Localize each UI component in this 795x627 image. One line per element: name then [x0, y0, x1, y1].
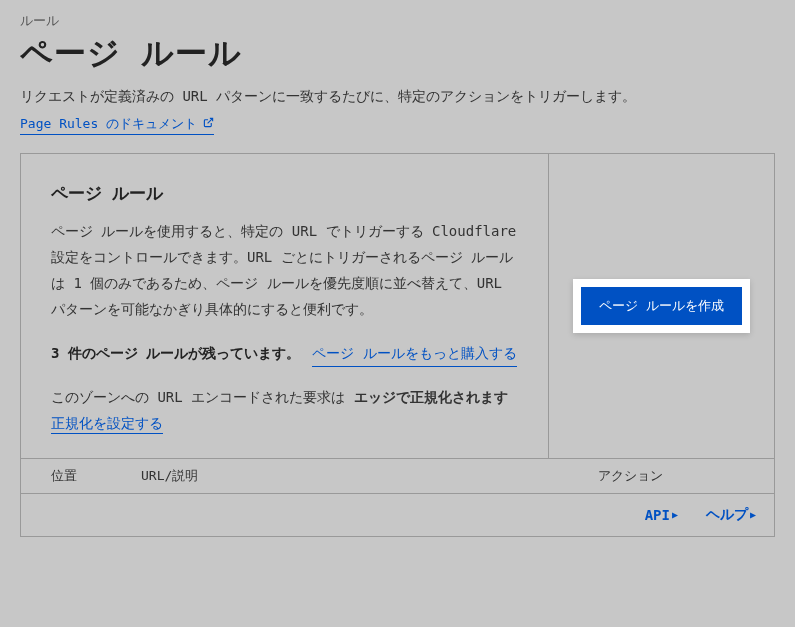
panel-heading: ページ ルール	[51, 182, 518, 205]
svg-line-0	[208, 118, 213, 123]
col-header-position: 位置	[51, 467, 141, 485]
panel-action-area: ページ ルールを作成	[549, 154, 774, 458]
breadcrumb: ルール	[20, 12, 775, 30]
panel-description: ページ ルールを使用すると、特定の URL でトリガーする Cloudflare…	[51, 219, 518, 323]
external-link-icon	[203, 117, 214, 131]
help-link[interactable]: ヘルプ ▶	[706, 506, 756, 524]
caret-right-icon: ▶	[672, 509, 678, 520]
encode-info: このゾーンへの URL エンコードされた要求は エッジで正規化されます	[51, 385, 518, 410]
create-page-rule-button[interactable]: ページ ルールを作成	[581, 287, 742, 325]
help-label: ヘルプ	[706, 506, 748, 524]
api-label: API	[645, 507, 670, 523]
table-header-row: 位置 URL/説明 アクション	[21, 459, 774, 494]
col-header-action: アクション	[598, 467, 758, 485]
rules-panel: ページ ルール ページ ルールを使用すると、特定の URL でトリガーする Cl…	[20, 153, 775, 537]
buy-more-link[interactable]: ページ ルールをもっと購入する	[312, 341, 516, 368]
encode-status: エッジで正規化されます	[354, 389, 508, 405]
panel-footer: API ▶ ヘルプ ▶	[21, 494, 774, 536]
encode-prefix: このゾーンへの URL エンコードされた要求は	[51, 389, 354, 405]
create-button-container: ページ ルールを作成	[573, 279, 750, 333]
col-header-url: URL/説明	[141, 467, 598, 485]
doc-link-label: Page Rules のドキュメント	[20, 115, 197, 133]
panel-info: ページ ルール ページ ルールを使用すると、特定の URL でトリガーする Cl…	[21, 154, 549, 458]
remaining-count: 3 件のページ ルールが残っています。	[51, 341, 300, 366]
doc-link[interactable]: Page Rules のドキュメント	[20, 115, 214, 135]
page-subtitle: リクエストが定義済みの URL パターンに一致するたびに、特定のアクションをトリ…	[20, 88, 775, 106]
page-title: ページ ルール	[20, 32, 775, 76]
api-link[interactable]: API ▶	[645, 507, 678, 523]
caret-right-icon: ▶	[750, 509, 756, 520]
normalize-settings-link[interactable]: 正規化を設定する	[51, 415, 163, 434]
